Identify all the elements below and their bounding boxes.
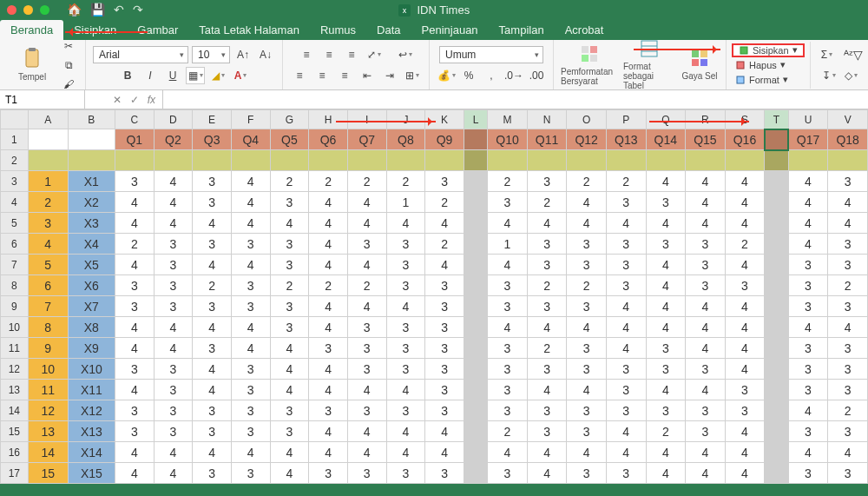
cell[interactable]: 4	[725, 338, 765, 359]
cell[interactable]: 4	[270, 338, 309, 359]
cell[interactable]	[646, 150, 686, 171]
cell[interactable]: 3	[347, 317, 386, 338]
font-size-combo[interactable]: 10	[192, 46, 230, 63]
cell[interactable]: 2	[425, 234, 464, 255]
cell[interactable]: 4	[154, 442, 193, 463]
formula-input[interactable]	[163, 90, 868, 109]
cell[interactable]	[464, 234, 487, 255]
cell[interactable]: 4	[309, 380, 348, 400]
cell[interactable]: 4	[646, 171, 686, 192]
cell[interactable]: 3	[488, 296, 528, 317]
cell[interactable]: 4	[386, 296, 425, 317]
tab-gambar[interactable]: Gambar	[127, 20, 188, 40]
conditional-formatting-button[interactable]: Pemformatan Bersyarat	[561, 44, 618, 86]
cell[interactable]: 3	[567, 463, 607, 484]
cell[interactable]	[765, 296, 788, 317]
cell[interactable]: 3	[488, 338, 528, 359]
cell[interactable]: 3	[828, 380, 868, 400]
row-header-10[interactable]: 10	[1, 317, 29, 338]
cell[interactable]: 4	[686, 192, 726, 213]
cell[interactable]: 4	[828, 442, 868, 463]
cell[interactable]: 2	[270, 171, 309, 192]
cell[interactable]: Q17	[788, 129, 828, 150]
cell[interactable]: 2	[828, 275, 868, 296]
redo-icon[interactable]: ↷	[133, 3, 143, 17]
cell[interactable]: 3	[425, 338, 464, 359]
cell[interactable]: 4	[527, 463, 567, 484]
cell[interactable]: 4	[270, 213, 309, 234]
cell[interactable]: 3	[386, 338, 425, 359]
cell[interactable]: 3	[231, 359, 270, 380]
cell[interactable]: 4	[686, 442, 726, 463]
cell[interactable]: 4	[115, 213, 154, 234]
row-header-14[interactable]: 14	[1, 400, 29, 421]
cell[interactable]: 3	[386, 400, 425, 421]
cell[interactable]	[765, 380, 788, 400]
cell[interactable]	[193, 150, 232, 171]
cell[interactable]: 3	[828, 463, 868, 484]
cell[interactable]: 4	[646, 442, 686, 463]
cell[interactable]: 4	[686, 317, 726, 338]
cell[interactable]: 2	[347, 171, 386, 192]
cell[interactable]	[154, 150, 193, 171]
cell[interactable]: Q3	[193, 129, 232, 150]
cell[interactable]: 3	[193, 421, 232, 442]
column-header-O[interactable]: O	[567, 110, 607, 129]
row-header-16[interactable]: 16	[1, 442, 29, 463]
cell[interactable]: 4	[154, 463, 193, 484]
cell[interactable]	[464, 129, 487, 150]
cell[interactable]: 3	[193, 171, 232, 192]
cell[interactable]: 3	[154, 275, 193, 296]
cell[interactable]: 4	[567, 380, 607, 400]
cell[interactable]: 4	[193, 442, 232, 463]
cell[interactable]: 3	[115, 171, 154, 192]
cell[interactable]	[464, 380, 487, 400]
cell[interactable]: 3	[425, 275, 464, 296]
accept-formula-icon[interactable]: ✓	[130, 94, 139, 106]
cell[interactable]	[464, 255, 487, 275]
cell[interactable]: Q18	[828, 129, 868, 150]
copy-icon[interactable]: ⧉	[59, 56, 78, 74]
cell[interactable]	[309, 150, 348, 171]
cell[interactable]	[765, 255, 788, 275]
cell[interactable]: 1	[28, 171, 68, 192]
cell[interactable]: 3	[115, 275, 154, 296]
column-header-P[interactable]: P	[606, 110, 646, 129]
currency-icon[interactable]: 💰	[437, 67, 456, 84]
cell[interactable]: 9	[28, 338, 68, 359]
tab-acrobat[interactable]: Acrobat	[555, 20, 615, 40]
italic-icon[interactable]: I	[141, 67, 160, 84]
cell[interactable]: 3	[115, 421, 154, 442]
cell[interactable]: 4	[646, 317, 686, 338]
grow-font-icon[interactable]: A↑	[233, 46, 253, 63]
cell[interactable]: 3	[231, 275, 270, 296]
tab-tata-letak[interactable]: Tata Letak Halaman	[188, 20, 310, 40]
cell[interactable]: 4	[606, 317, 646, 338]
cell[interactable]: 3	[725, 275, 765, 296]
cell[interactable]: 3	[646, 359, 686, 380]
cell[interactable]	[765, 442, 788, 463]
cell[interactable]: 3	[646, 338, 686, 359]
cell[interactable]: Q14	[646, 129, 686, 150]
cell[interactable]: 4	[231, 213, 270, 234]
cell[interactable]: 4	[231, 338, 270, 359]
cell[interactable]: 3	[527, 234, 567, 255]
format-as-table-button[interactable]: Format sebagai Tabel	[623, 39, 675, 90]
align-left-icon[interactable]: ≡	[290, 67, 309, 84]
row-header-15[interactable]: 15	[1, 421, 29, 442]
cell[interactable]: 3	[567, 421, 607, 442]
align-right-icon[interactable]: ≡	[335, 67, 354, 84]
cell[interactable]: Q6	[309, 129, 348, 150]
cell[interactable]: 4	[725, 421, 765, 442]
cell[interactable]: 3	[270, 296, 309, 317]
fx-icon[interactable]: fx	[148, 94, 155, 106]
cell[interactable]: 4	[347, 213, 386, 234]
merge-cells-icon[interactable]: ⊞	[403, 67, 422, 84]
cell[interactable]: 3	[154, 380, 193, 400]
cell[interactable]: 4	[606, 338, 646, 359]
cell[interactable]: 4	[686, 296, 726, 317]
cell[interactable]: 3	[347, 338, 386, 359]
delete-cells-button[interactable]: Hapus ▾	[732, 58, 805, 72]
cell[interactable]: 11	[28, 380, 68, 400]
cell[interactable]: X13	[68, 421, 115, 442]
